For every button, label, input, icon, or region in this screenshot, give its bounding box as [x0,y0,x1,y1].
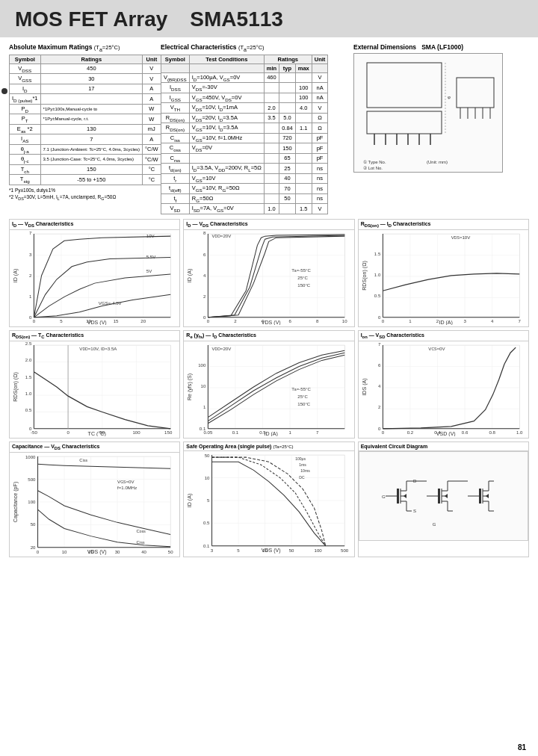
svg-text:3: 3 [29,251,32,256]
svg-marker-248 [445,494,448,498]
product-family-title: MOS FET Array [15,7,167,31]
svg-text:30: 30 [115,549,120,554]
svg-rect-250 [479,489,481,504]
svg-text:6: 6 [289,318,292,323]
svg-text:50: 50 [289,547,294,552]
svg-rect-45 [208,234,345,317]
chart-rds-tc: RDS(on) — TC Characteristics TC (°C) RDS… [9,330,180,439]
table-row: V(BR)DSSID=100μA, VGS=0V460V [161,72,328,83]
svg-text:G: G [432,522,436,527]
table-row: trVGS=10V40ns [161,173,328,184]
svg-rect-1 [367,111,442,134]
chart-id-vds-temp: ID — VDS Characteristics VDS (V) ID (A) … [183,219,354,327]
chart-soa: Safe Operating Area (single pulse) (Ta=2… [183,441,354,557]
svg-text:5: 5 [238,547,241,552]
svg-text:Ta=-55°C: Ta=-55°C [291,386,311,391]
svg-text:VDS (V): VDS (V) [262,320,281,325]
abs-max-table: Symbol Ratings Unit VDSS450V VGSS30V ID1… [9,55,161,185]
table-row: ID (pulse)*1A [10,94,161,105]
svg-text:4: 4 [262,318,265,323]
svg-text:1.0: 1.0 [374,272,381,277]
svg-text:20: 20 [88,549,93,554]
svg-text:10: 10 [342,318,347,323]
svg-text:50: 50 [99,430,105,435]
svg-text:0.6: 0.6 [462,430,469,435]
svg-text:0.5: 0.5 [203,520,210,525]
svg-text:25°C: 25°C [298,275,309,280]
svg-text:Crss: Crss [136,539,145,545]
main-content: Absolute Maximum Ratings (Ta=25°C) Symbo… [0,43,538,557]
svg-text:0.1: 0.1 [232,430,239,435]
top-section: Absolute Maximum Ratings (Ta=25°C) Symbo… [9,43,529,214]
svg-text:150°C: 150°C [298,401,312,406]
charts-row-2: RDS(on) — TC Characteristics TC (°C) RDS… [9,330,529,439]
svg-text:VGS=-4.5V: VGS=-4.5V [99,300,123,305]
svg-text:0.1: 0.1 [203,542,210,548]
svg-text:0: 0 [378,426,381,431]
svg-rect-225 [397,489,399,504]
svg-text:40: 40 [141,549,146,554]
svg-text:RDS(on) (Ω): RDS(on) (Ω) [13,372,19,402]
chart-id-vds: ID — VDS Characteristics VDS (V) ID (A) [9,219,180,327]
svg-text:7: 7 [316,430,319,435]
svg-text:50: 50 [31,521,36,527]
svg-text:VDD=10V, ID=3.5A: VDD=10V, ID=3.5A [79,346,117,351]
svg-rect-239 [438,489,440,504]
col-min: min [264,63,279,72]
svg-text:100μs: 100μs [296,456,306,461]
chart6-title: Ion — VSD Characteristics [359,331,528,341]
svg-text:VDS=10V: VDS=10V [451,235,470,240]
col-unit: Unit [312,55,328,63]
svg-text:0.1: 0.1 [200,426,206,431]
svg-text:DC: DC [300,474,306,479]
col-symbol: Symbol [10,55,41,63]
chart4-title: RDS(on) — TC Characteristics [10,331,179,341]
table-row: tfRG=50Ω50ns [161,193,328,204]
table-row: Tstg-55 to +150°C [10,175,161,185]
svg-text:ID (A): ID (A) [187,269,193,283]
svg-text:-50: -50 [31,430,37,435]
svg-text:Coss: Coss [136,527,146,533]
svg-text:0: 0 [203,315,206,320]
svg-text:100: 100 [199,362,207,367]
svg-text:Ta=-55°C: Ta=-55°C [291,267,311,273]
svg-text:3: 3 [463,318,466,323]
svg-text:(Unit: mm): (Unit: mm) [427,160,448,164]
svg-text:G: G [382,495,386,499]
table-row: PD*1Py±100s,Manual-cycle toW [10,104,161,114]
svg-text:7: 7 [29,230,32,235]
svg-text:50: 50 [205,453,210,458]
svg-text:10: 10 [205,474,210,480]
table-row: IDSSVDS=-30V100nA [161,83,328,93]
bullet-dot [1,88,7,94]
elec-char-ta: (Ta=25°C) [238,44,265,51]
col-unit2 [312,63,328,72]
table-row: θj-c3.5 (Junction-Case: Tc=25°C, 4.0ms, … [10,155,161,165]
ext-dim-diagram: φ ① Type No. ② Lot No. (Unit: mm) [353,53,503,173]
svg-text:ID (A): ID (A) [187,493,193,507]
table-row: td(off)VGS=10V, RG=50Ω70ns [161,184,328,194]
table-row: RDS(on)VDS=20V, ID=3.5A3.55.0Ω [161,113,328,123]
table-row: RDS(on)VGS=10V, ID=3.5A0.841.1Ω [161,123,328,134]
svg-text:1.5: 1.5 [374,250,381,255]
svg-marker-234 [404,494,406,498]
col-ratings: Ratings [264,55,312,63]
table-row: θj-a7.1 (Junction-Ambient: Tc=25°C, 4.0m… [10,144,161,155]
svg-text:1000: 1000 [25,454,36,459]
svg-text:6: 6 [378,362,381,367]
svg-text:15: 15 [114,318,119,323]
svg-text:2: 2 [203,294,206,299]
elec-char-table: Symbol Test Conditions Ratings Unit min … [161,55,328,214]
chart-ion-vsd: Ion — VSD Characteristics VSD (V) IDS (A… [358,330,529,439]
page-number: 81 [518,743,526,752]
svg-text:0.4: 0.4 [434,430,441,435]
table-row: ID17A [10,84,161,94]
page-header: MOS FET Array SMA5113 [0,0,538,37]
svg-text:2.0: 2.0 [25,357,32,362]
svg-text:100: 100 [315,547,323,552]
svg-text:VDD=20V: VDD=20V [212,233,232,238]
table-row: PT*1Py±Manual-cycle, r.t.W [10,114,161,125]
svg-text:0: 0 [381,430,384,435]
svg-text:0: 0 [378,315,381,320]
elec-char-section: Electrical Characteristics (Ta=25°C) Sym… [161,43,347,214]
